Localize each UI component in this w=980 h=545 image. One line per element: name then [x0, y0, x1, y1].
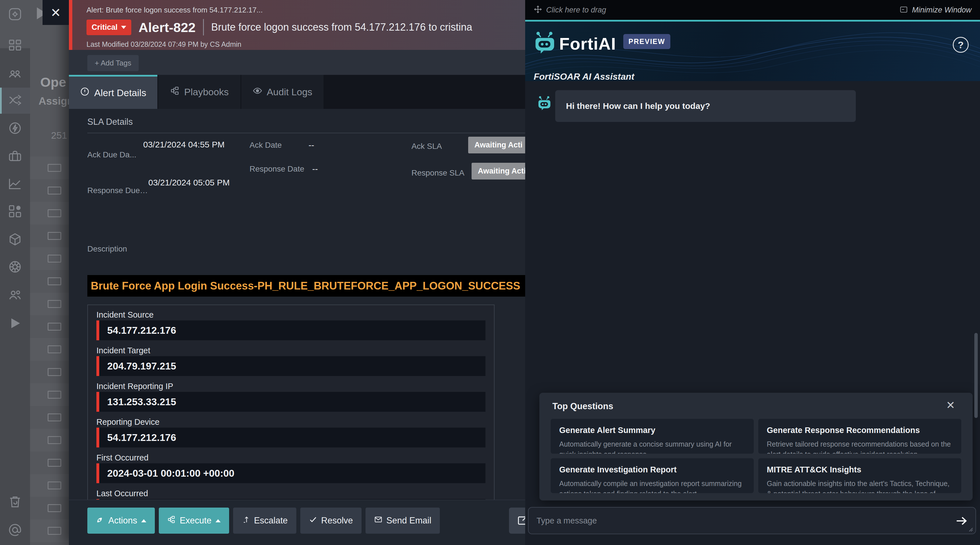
move-icon	[534, 5, 542, 15]
edit-record-button[interactable]	[509, 508, 525, 534]
table-row	[30, 202, 69, 224]
sidebar-item-settings[interactable]	[0, 254, 30, 281]
execute-button[interactable]: Execute	[159, 508, 229, 534]
tab-playbooks[interactable]: Playbooks	[158, 75, 240, 109]
row-checkbox[interactable]	[48, 413, 61, 421]
table-row	[30, 292, 69, 315]
row-checkbox[interactable]	[48, 209, 61, 217]
briefcase-icon	[8, 149, 22, 165]
envelope-icon	[374, 515, 383, 526]
table-row	[30, 406, 69, 429]
field-label: Reporting Device	[96, 415, 485, 427]
sidebar-item-recycle-bin[interactable]	[0, 489, 30, 516]
question-card-mitre-attack-insights[interactable]: MITRE ATT&CK Insights Gain actionable in…	[758, 458, 961, 493]
row-checkbox[interactable]	[48, 368, 61, 376]
add-tags-button[interactable]: + Add Tags	[88, 55, 138, 71]
at-sign-icon	[8, 523, 22, 539]
sidebar-item-home[interactable]	[0, 1, 30, 29]
card-description: Gain actionable insights into the alert'…	[767, 478, 953, 493]
minimize-icon	[899, 5, 908, 15]
assistant-message-bubble: Hi there! How can I help you today?	[555, 90, 856, 122]
message-input[interactable]	[528, 508, 975, 534]
left-sidebar	[0, 0, 30, 545]
tab-audit-logs[interactable]: Audit Logs	[241, 75, 323, 109]
help-button[interactable]: ?	[953, 37, 969, 53]
widgets-icon	[8, 204, 22, 220]
actions-button[interactable]: Actions	[88, 508, 155, 534]
field-label: Last Occurred	[96, 486, 485, 499]
question-card-generate-alert-summary[interactable]: Generate Alert Summary Automatically gen…	[551, 419, 754, 454]
card-description: Automatically compile an investigation r…	[559, 478, 745, 493]
alert-circle-icon	[80, 87, 90, 99]
row-checkbox[interactable]	[48, 436, 61, 444]
sidebar-item-playbooks-run[interactable]	[0, 310, 30, 337]
tab-label: Alert Details	[94, 87, 146, 99]
row-checkbox[interactable]	[48, 504, 61, 512]
ack-date-value: --	[309, 138, 314, 152]
lightning-circle-icon	[8, 121, 22, 137]
send-email-button[interactable]: Send Email	[366, 508, 440, 534]
sidebar-item-automation[interactable]	[0, 115, 30, 142]
resolve-button[interactable]: Resolve	[300, 508, 361, 534]
fortiai-banner: FortiAI PREVIEW FortiSOAR AI Assistant ?	[525, 22, 980, 81]
table-row	[30, 179, 69, 202]
field-value: 204.79.197.215	[96, 356, 485, 376]
sidebar-item-users[interactable]	[0, 282, 30, 309]
card-description: Retrieve tailored response recommendatio…	[767, 439, 953, 454]
severity-badge[interactable]: Critical	[86, 19, 131, 35]
tab-alert-details[interactable]: Alert Details	[69, 75, 158, 109]
sidebar-item-incident-response[interactable]	[0, 87, 30, 114]
sidebar-item-queues[interactable]	[0, 61, 30, 88]
row-checkbox[interactable]	[48, 300, 61, 308]
table-row	[30, 451, 69, 474]
row-checkbox[interactable]	[48, 391, 61, 399]
row-checkbox[interactable]	[48, 255, 61, 262]
users-icon	[8, 288, 22, 303]
preview-badge: PREVIEW	[623, 34, 670, 49]
row-checkbox[interactable]	[48, 527, 61, 535]
resize-handle[interactable]	[967, 526, 973, 532]
fortiai-drag-bar[interactable]: Click here to drag Minimize Window	[525, 0, 980, 20]
row-checkbox[interactable]	[48, 164, 61, 172]
sidebar-item-mentions[interactable]	[0, 517, 30, 544]
actions-label: Actions	[108, 515, 137, 526]
shuffle-icon	[8, 93, 22, 109]
table-row	[30, 497, 69, 520]
close-modal-button[interactable]: ✕	[43, 0, 69, 25]
description-rule-banner: Brute Force App Login Success-PH_RULE_BR…	[88, 275, 525, 297]
sidebar-item-reports[interactable]	[0, 171, 30, 198]
close-icon: ✕	[51, 5, 61, 20]
settings-wheel-icon	[8, 259, 22, 275]
sla-section-title: SLA Details	[88, 117, 133, 127]
sidebar-item-connectors[interactable]	[0, 226, 30, 254]
sidebar-item-resources[interactable]	[0, 143, 30, 170]
field-value: 2024-03-01 00:01:00 +00:00	[96, 463, 485, 483]
table-row	[30, 270, 69, 292]
escalate-button[interactable]: Escalate	[233, 508, 296, 534]
ack-due-date-label: Ack Due Da...	[88, 150, 140, 159]
scrollbar-thumb[interactable]	[974, 333, 978, 418]
row-checkbox[interactable]	[48, 187, 61, 194]
minimize-window-button[interactable]: Minimize Window	[899, 5, 972, 15]
question-card-generate-response-recommendations[interactable]: Generate Response Recommendations Retrie…	[758, 419, 961, 454]
question-card-generate-investigation-report[interactable]: Generate Investigation Report Automatica…	[551, 458, 754, 493]
row-checkbox[interactable]	[48, 277, 61, 285]
card-description: Automatically generate a concise summary…	[559, 439, 745, 454]
sidebar-item-dashboard[interactable]	[0, 32, 30, 59]
sidebar-item-widgets[interactable]	[0, 198, 30, 226]
assistant-greeting: Hi there! How can I help you today?	[566, 101, 710, 111]
row-checkbox[interactable]	[48, 481, 61, 489]
field-label: Incident Target	[96, 344, 485, 356]
severity-label: Critical	[92, 23, 118, 32]
play-icon	[8, 316, 22, 332]
top-questions-close-button[interactable]: ✕	[946, 399, 955, 412]
row-checkbox[interactable]	[48, 323, 61, 330]
row-checkbox[interactable]	[48, 232, 61, 240]
field-label: Incident Source	[96, 308, 485, 321]
assistant-robot-avatar	[536, 96, 552, 111]
send-message-button[interactable]	[955, 514, 968, 528]
row-checkbox[interactable]	[48, 345, 61, 353]
top-questions-panel: Top Questions ✕ Generate Alert Summary A…	[539, 393, 973, 501]
row-checkbox[interactable]	[48, 459, 61, 467]
section-divider	[88, 133, 525, 133]
